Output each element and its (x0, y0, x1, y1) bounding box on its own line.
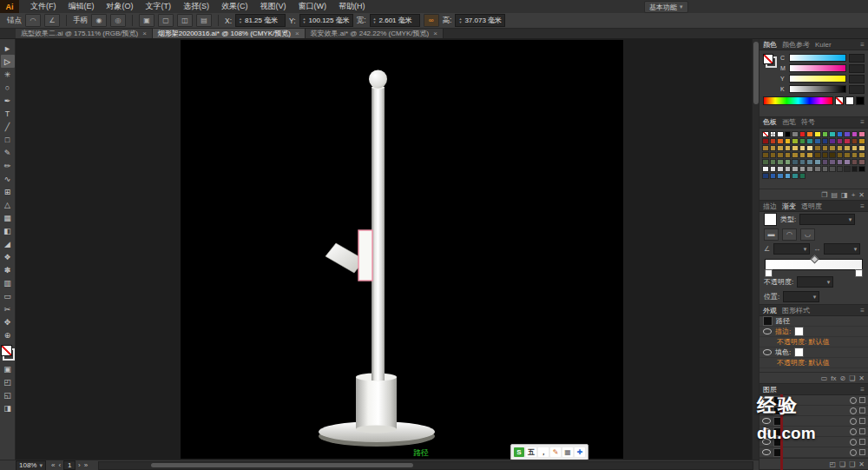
menubar-item[interactable]: 选择(S) (177, 0, 215, 13)
gradient-preview-chip[interactable] (764, 213, 777, 226)
swatch[interactable] (799, 145, 806, 151)
swatch[interactable] (844, 166, 851, 172)
layer-row[interactable] (760, 427, 868, 437)
gradient-stop[interactable] (765, 269, 773, 277)
swatch[interactable] (829, 131, 836, 137)
panel-menu-icon[interactable]: ≡ (860, 118, 865, 126)
swatch[interactable] (806, 145, 813, 151)
perspective-grid-tool[interactable]: △ (1, 198, 15, 211)
swatch[interactable] (762, 166, 769, 172)
document-tab[interactable]: 烟形架20200316.ai* @ 108% (CMYK/预览)× (153, 29, 306, 38)
ime-toolbar[interactable]: S五，✎▦✚ (510, 444, 589, 460)
panel-tab[interactable]: 图层 (763, 385, 777, 394)
new-layer-icon[interactable]: ❑ (849, 460, 855, 468)
swatch[interactable] (852, 152, 858, 158)
swatch[interactable] (762, 145, 769, 151)
slider-value-field[interactable] (849, 85, 865, 94)
visibility-eye-icon[interactable] (762, 418, 771, 424)
color-swatch-chip[interactable] (794, 348, 804, 357)
none-color-chip[interactable] (835, 96, 844, 105)
swatch[interactable] (770, 145, 777, 151)
layer-selection-indicator[interactable] (859, 439, 865, 445)
swatch[interactable] (852, 166, 858, 172)
add-anchor-button[interactable]: ▢ (158, 14, 174, 27)
swatch[interactable] (806, 152, 813, 158)
swatch[interactable] (858, 138, 865, 144)
panel-tab[interactable]: 图形样式 (782, 306, 810, 315)
swatch[interactable] (837, 166, 844, 172)
appearance-item-label[interactable]: 不透明度: 默认值 (777, 337, 829, 347)
new-sublayer-icon[interactable]: ❏ (839, 460, 845, 468)
swatch[interactable] (792, 145, 799, 151)
stepper-down-icon[interactable]: ▼ (373, 21, 377, 24)
swatch[interactable] (799, 159, 806, 165)
swatch[interactable] (762, 152, 769, 158)
swatch[interactable] (762, 138, 769, 144)
swatch[interactable] (785, 145, 792, 151)
swatch[interactable] (785, 152, 792, 158)
black-chip[interactable] (856, 96, 865, 105)
column-graph-tool[interactable]: ▥ (1, 276, 15, 289)
horizontal-scrollbar-thumb[interactable] (151, 463, 412, 467)
swatch[interactable] (762, 131, 769, 137)
layer-row[interactable] (760, 406, 868, 416)
canvas[interactable]: 路径 S五，✎▦✚ (16, 39, 752, 460)
swatch[interactable] (837, 138, 844, 144)
color-slider[interactable] (789, 64, 846, 72)
layer-target-icon[interactable] (850, 449, 857, 456)
swatch[interactable] (806, 131, 813, 137)
appearance-row[interactable]: 不透明度: 默认值 (760, 337, 868, 348)
panel-tab[interactable]: 外观 (763, 306, 777, 315)
ime-pen-icon[interactable]: ✎ (550, 447, 561, 457)
menubar-item[interactable]: 窗口(W) (293, 0, 333, 13)
isolate-object-button[interactable]: ▤ (196, 14, 212, 27)
swatch[interactable] (814, 166, 821, 172)
layer-selection-indicator[interactable] (859, 397, 865, 403)
swatch[interactable] (762, 173, 769, 179)
swatch[interactable] (770, 152, 777, 158)
appearance-row[interactable]: 描边: (760, 327, 868, 337)
swatch[interactable] (822, 138, 829, 144)
delete-layer-icon[interactable]: ✕ (858, 460, 865, 468)
convert-smooth-button[interactable]: ◠ (25, 14, 41, 27)
delete-swatch-icon[interactable]: ✕ (858, 191, 865, 199)
appearance-row[interactable]: 路径 (760, 316, 868, 327)
swatch[interactable] (844, 152, 851, 158)
swatch[interactable] (777, 159, 784, 165)
swatch[interactable] (806, 138, 813, 144)
panel-tab[interactable]: 色板 (763, 117, 777, 127)
rectangle-tool[interactable]: □ (1, 133, 15, 146)
swatch-libraries-icon[interactable]: ❐ (821, 191, 827, 199)
transform-field[interactable]: ▲▼81.25 毫米 (235, 14, 286, 27)
gradient-type-select[interactable]: ▾ (799, 214, 855, 225)
zoom-tool[interactable]: ⊕ (1, 328, 15, 341)
swatch[interactable] (777, 173, 784, 179)
swatch[interactable] (814, 131, 821, 137)
swatch[interactable] (829, 166, 836, 172)
direct-selection-tool[interactable]: ▷ (1, 55, 15, 68)
show-handles-button[interactable]: ◉ (91, 14, 107, 27)
swatch[interactable] (777, 152, 784, 158)
delete-item-icon[interactable]: ✕ (858, 374, 865, 382)
swatch[interactable] (822, 131, 829, 137)
pencil-tool[interactable]: ✏ (1, 159, 15, 172)
fill-chip[interactable] (763, 54, 773, 64)
paintbrush-tool[interactable]: ✎ (1, 146, 15, 159)
gradient-along-stroke-icon[interactable]: ◠ (782, 228, 797, 241)
layer-target-icon[interactable] (850, 407, 857, 414)
close-icon[interactable]: × (142, 30, 147, 37)
next-artboard-button[interactable]: › (77, 461, 82, 469)
swatch[interactable] (844, 138, 851, 144)
stepper-down-icon[interactable]: ▼ (458, 21, 462, 24)
panel-tab[interactable]: 颜色 (763, 40, 777, 50)
stepper-arrows[interactable]: ▲▼ (458, 17, 462, 24)
symbol-sprayer-tool[interactable]: ✽ (1, 263, 15, 276)
transform-field[interactable]: ▲▼100.125 毫米 (299, 14, 353, 27)
slice-tool[interactable]: ✂ (1, 302, 15, 315)
artboard[interactable] (181, 40, 623, 459)
swatch[interactable] (852, 145, 858, 151)
menubar-item[interactable]: 帮助(H) (332, 0, 372, 13)
layer-selection-indicator[interactable] (859, 418, 865, 424)
swatch[interactable] (837, 159, 844, 165)
swatch[interactable] (837, 145, 844, 151)
